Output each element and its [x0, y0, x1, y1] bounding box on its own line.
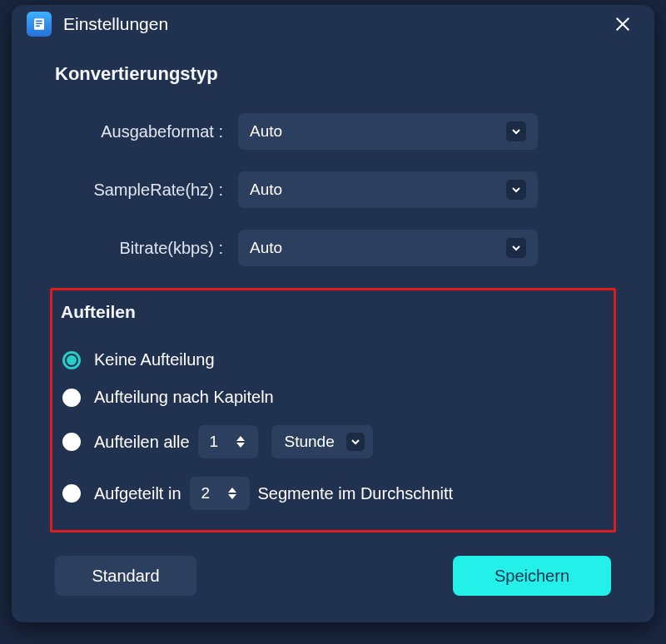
svg-rect-2 [36, 23, 42, 25]
interval-value: 1 [210, 433, 228, 451]
default-button-label: Standard [92, 567, 159, 586]
stepper-icon [236, 431, 251, 453]
save-button-label: Speichern [495, 567, 569, 586]
svg-rect-3 [36, 26, 40, 27]
radio-segments[interactable] [62, 484, 81, 503]
titlebar: Einstellungen [12, 5, 654, 43]
radio-label-by-chapter: Aufteilung nach Kapiteln [94, 388, 274, 407]
radio-label-segments-suffix: Segmente im Durchschnitt [258, 484, 454, 503]
chevron-down-icon [506, 238, 526, 258]
radio-row-segments[interactable]: Aufgeteilt in 2 Segmente im Durchschnitt [62, 477, 604, 510]
svg-rect-1 [36, 21, 42, 22]
dialog-title: Einstellungen [63, 14, 606, 34]
close-icon [614, 15, 632, 33]
row-bitrate: Bitrate(kbps) : Auto [55, 230, 611, 266]
select-output-format-value: Auto [250, 122, 506, 141]
radio-every-interval[interactable] [62, 433, 81, 451]
chevron-down-icon [506, 121, 526, 141]
radio-row-by-chapter[interactable]: Aufteilung nach Kapiteln [62, 388, 604, 407]
label-sample-rate: SampleRate(hz) : [55, 181, 238, 200]
section-split-title: Aufteilen [61, 302, 604, 322]
radio-label-no-split: Keine Aufteilung [94, 350, 215, 369]
dialog-body: Konvertierungstyp Ausgabeformat : Auto S… [12, 43, 654, 533]
select-bitrate-value: Auto [250, 239, 506, 257]
select-sample-rate[interactable]: Auto [238, 171, 538, 208]
save-button[interactable]: Speichern [453, 556, 611, 596]
radio-label-segments-prefix: Aufgeteilt in [94, 484, 181, 503]
select-sample-rate-value: Auto [250, 181, 506, 199]
radio-no-split[interactable] [62, 351, 81, 369]
row-sample-rate: SampleRate(hz) : Auto [55, 171, 611, 208]
settings-dialog: Einstellungen Konvertierungstyp Ausgabef… [12, 5, 654, 622]
default-button[interactable]: Standard [55, 556, 196, 596]
radio-row-no-split[interactable]: Keine Aufteilung [62, 350, 604, 369]
select-bitrate[interactable]: Auto [238, 230, 538, 266]
interval-unit-value: Stunde [285, 433, 335, 451]
label-output-format: Ausgabeformat : [55, 122, 238, 141]
interval-unit-select[interactable]: Stunde [271, 425, 373, 458]
radio-by-chapter[interactable] [62, 389, 81, 407]
segments-value: 2 [201, 484, 220, 503]
label-bitrate: Bitrate(kbps) : [55, 239, 238, 258]
chevron-down-icon [346, 433, 365, 451]
split-section-highlight: Aufteilen Keine Aufteilung Aufteilung na… [50, 288, 616, 533]
radio-label-every-prefix: Aufteilen alle [94, 433, 190, 452]
interval-value-stepper[interactable]: 1 [198, 425, 258, 458]
radio-row-every-interval[interactable]: Aufteilen alle 1 Stunde [62, 425, 604, 458]
chevron-down-icon [506, 180, 526, 200]
stepper-icon [228, 483, 243, 504]
select-output-format[interactable]: Auto [238, 113, 538, 150]
app-icon [27, 12, 52, 37]
row-output-format: Ausgabeformat : Auto [55, 113, 611, 150]
segments-value-stepper[interactable]: 2 [190, 477, 250, 510]
dialog-footer: Standard Speichern [12, 533, 654, 622]
close-button[interactable] [606, 7, 639, 41]
section-conversion-title: Konvertierungstyp [55, 63, 611, 85]
